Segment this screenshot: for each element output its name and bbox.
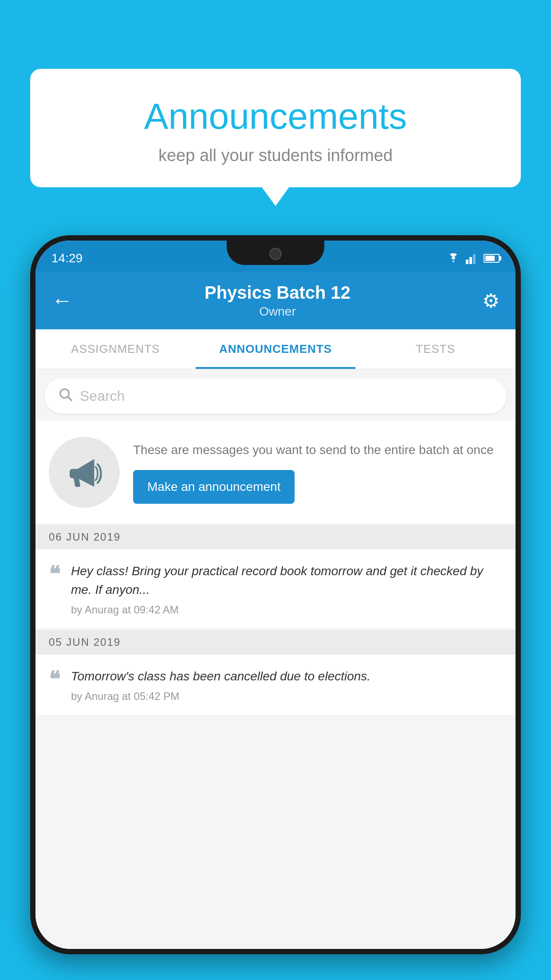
announcement-text-2: Tomorrow's class has been cancelled due … — [71, 667, 502, 686]
svg-line-4 — [68, 397, 71, 400]
bubble-subtitle: keep all your students informed — [57, 146, 494, 165]
quote-icon-1: ❝ — [49, 564, 60, 585]
tab-announcements[interactable]: ANNOUNCEMENTS — [196, 329, 356, 369]
phone-notch — [227, 241, 324, 265]
announcement-text-block-1: Hey class! Bring your practical record b… — [71, 562, 502, 616]
phone-frame: 14:29 — [30, 235, 521, 954]
back-button[interactable]: ← — [51, 290, 73, 311]
announcement-item-2[interactable]: ❝ Tomorrow's class has been cancelled du… — [35, 655, 516, 715]
svg-rect-0 — [466, 260, 468, 264]
megaphone-icon — [64, 452, 104, 492]
svg-rect-2 — [473, 254, 476, 264]
announcement-meta-1: by Anurag at 09:42 AM — [71, 604, 502, 616]
settings-icon[interactable]: ⚙ — [482, 289, 500, 312]
signal-icon — [466, 253, 478, 264]
phone-container: 14:29 — [30, 235, 521, 980]
screen-content: Search These are messages you want to se… — [35, 369, 516, 949]
promo-description: These are messages you want to send to t… — [133, 441, 502, 459]
bubble-title: Announcements — [57, 95, 494, 137]
tab-assignments[interactable]: ASSIGNMENTS — [35, 329, 196, 369]
promo-avatar — [49, 437, 120, 508]
battery-icon — [484, 254, 500, 263]
phone-screen: 14:29 — [35, 241, 516, 949]
header-center: Physics Batch 12 Owner — [73, 283, 482, 319]
tab-tests[interactable]: TESTS — [355, 329, 516, 369]
announcement-text-1: Hey class! Bring your practical record b… — [71, 562, 502, 599]
phone-camera — [269, 248, 282, 260]
app-header: ← Physics Batch 12 Owner ⚙ — [35, 272, 516, 329]
speech-bubble-container: Announcements keep all your students inf… — [30, 69, 521, 187]
promo-right: These are messages you want to send to t… — [133, 441, 502, 504]
header-subtitle: Owner — [73, 304, 482, 319]
announcement-item-1[interactable]: ❝ Hey class! Bring your practical record… — [35, 549, 516, 629]
wifi-icon — [446, 253, 460, 264]
date-separator-1: 06 JUN 2019 — [35, 525, 516, 549]
battery-fill — [485, 256, 495, 261]
status-icons — [446, 248, 500, 264]
svg-rect-1 — [469, 257, 472, 264]
speech-bubble: Announcements keep all your students inf… — [30, 69, 521, 187]
date-separator-2: 05 JUN 2019 — [35, 630, 516, 655]
announcement-text-block-2: Tomorrow's class has been cancelled due … — [71, 667, 502, 703]
announcement-promo: These are messages you want to send to t… — [35, 421, 516, 524]
tabs-container: ASSIGNMENTS ANNOUNCEMENTS TESTS — [35, 329, 516, 369]
announcement-meta-2: by Anurag at 05:42 PM — [71, 690, 502, 703]
search-placeholder: Search — [80, 388, 125, 404]
quote-icon-2: ❝ — [49, 669, 60, 690]
search-icon — [58, 387, 73, 405]
search-bar[interactable]: Search — [44, 378, 507, 414]
make-announcement-button[interactable]: Make an announcement — [133, 470, 295, 504]
header-title: Physics Batch 12 — [73, 283, 482, 303]
status-time: 14:29 — [51, 247, 83, 265]
